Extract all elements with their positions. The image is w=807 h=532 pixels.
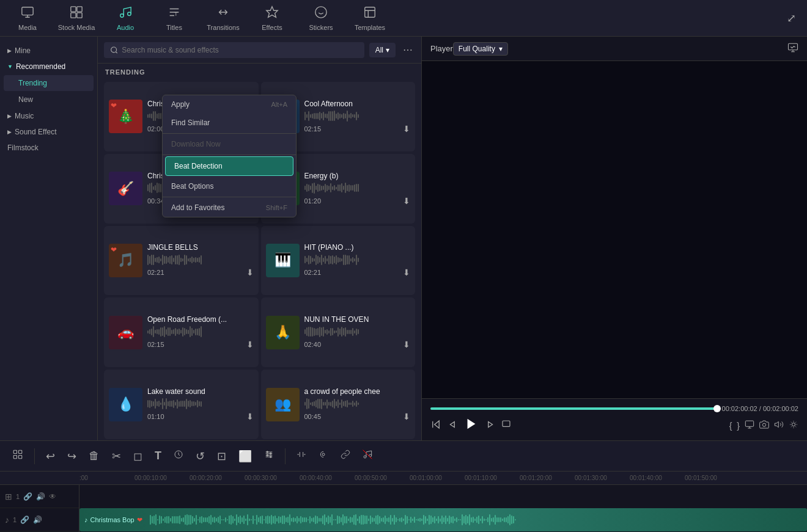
waveform-bar <box>319 518 320 522</box>
video-track-eye-icon[interactable]: 👁 <box>49 492 56 501</box>
fullscreen-button[interactable] <box>501 420 511 432</box>
sidebar-section-mine[interactable]: ▶ Mine <box>0 43 97 59</box>
toolbar-audio-label: Audio <box>117 24 134 31</box>
download-icon-10[interactable]: ⬇ <box>403 412 410 421</box>
waveform-bar <box>474 519 476 520</box>
crop-button[interactable]: ◻ <box>130 447 146 465</box>
mark-in-button[interactable]: { <box>729 421 732 431</box>
toolbar-stock-media[interactable]: Stock Media <box>55 3 98 34</box>
sidebar-section-sound-effect[interactable]: ▶ Sound Effect <box>0 124 97 140</box>
music-item-8[interactable]: 🙏 NUN IN THE OVEN 02:40 ⬇ <box>261 297 416 367</box>
sidebar-item-trending[interactable]: Trending <box>4 75 94 91</box>
download-icon-6[interactable]: ⬇ <box>403 268 410 277</box>
audio-clip[interactable]: ♪ Christmas Bop ❤ <box>79 508 807 531</box>
zoom-fit-button[interactable]: ⊡ <box>213 447 230 465</box>
svg-rect-1 <box>71 6 76 11</box>
music-item-5[interactable]: ❤ 🎵 JINGLE BELLS 02:21 ⬇ <box>104 226 259 296</box>
frame-back-button[interactable] <box>448 419 459 433</box>
delete-button[interactable]: 🗑 <box>85 447 103 465</box>
ruler-mark: 00:00:40:00 <box>300 475 355 481</box>
audio-track-link-icon[interactable]: 🔗 <box>20 516 29 524</box>
settings-button[interactable] <box>789 420 798 432</box>
video-track-audio-icon[interactable]: 🔊 <box>36 492 45 501</box>
waveform-bar <box>328 516 329 524</box>
svg-point-32 <box>267 454 268 456</box>
timer-button[interactable] <box>170 447 187 465</box>
context-menu-label-add-favorites: Add to Favorites <box>171 203 224 212</box>
waveform-bar <box>414 517 415 522</box>
stats-icon[interactable] <box>787 42 798 55</box>
toolbar-stickers[interactable]: Stickers <box>300 3 342 34</box>
search-field[interactable] <box>122 46 358 54</box>
waveform-bar <box>229 516 230 524</box>
context-menu-item-beat-options[interactable]: Beat Options <box>163 177 296 195</box>
ripple-button[interactable] <box>315 447 332 465</box>
sidebar-section-filmstock[interactable]: Filmstock <box>0 140 97 156</box>
toolbar-templates[interactable]: Templates <box>348 3 391 34</box>
music-item-9[interactable]: 💧 Lake water sound 01:10 ⬇ <box>104 370 259 439</box>
audio-mix-button[interactable] <box>260 447 278 465</box>
mark-out-button[interactable]: } <box>737 421 740 431</box>
more-options-button[interactable]: ⋯ <box>400 42 415 58</box>
toolbar-audio[interactable]: Audio <box>104 3 147 34</box>
toolbar-media[interactable]: Media <box>6 3 49 34</box>
context-menu-item-beat-detection[interactable]: Beat Detection <box>165 156 293 176</box>
expand-icon[interactable]: ⤢ <box>782 9 801 27</box>
screenshot-button[interactable] <box>759 420 769 432</box>
waveform-bar <box>348 519 349 520</box>
text-button[interactable]: T <box>151 447 165 465</box>
filter-dropdown[interactable]: All ▾ <box>369 43 396 57</box>
download-icon-9[interactable]: ⬇ <box>246 412 254 421</box>
toolbar-transitions-label: Transitions <box>207 24 239 31</box>
context-menu-item-apply[interactable]: ApplyAlt+A <box>163 95 296 114</box>
waveform-bar <box>308 519 309 520</box>
progress-track[interactable] <box>430 407 717 410</box>
volume-button[interactable] <box>774 420 784 432</box>
waveform-bar <box>216 518 217 521</box>
progress-bar[interactable]: 00:02:00:02 / 00:02:00:02 <box>430 405 798 412</box>
search-input-wrapper[interactable] <box>104 42 364 58</box>
sidebar-section-music[interactable]: ▶ Music <box>0 108 97 124</box>
download-icon-7[interactable]: ⬇ <box>246 340 254 349</box>
link-button[interactable] <box>337 447 354 465</box>
undo-button[interactable]: ↩ <box>42 447 59 465</box>
toolbar-transitions[interactable]: Transitions <box>202 3 245 34</box>
multitrack-button[interactable] <box>9 446 27 465</box>
audio-track-vol-icon[interactable]: 🔊 <box>33 516 42 524</box>
audio-detach-button[interactable] <box>359 447 376 465</box>
play-button[interactable] <box>465 417 478 434</box>
waveform-bar <box>201 516 202 523</box>
waveform-bar <box>515 519 516 520</box>
waveform-bar <box>418 519 419 522</box>
context-menu-item-add-favorites[interactable]: Add to FavoritesShift+F <box>163 199 296 217</box>
sidebar-section-recommended[interactable]: ▼ Recommended <box>0 59 97 75</box>
music-item-10[interactable]: 👥 a crowd of people chee 00:45 ⬇ <box>261 370 416 439</box>
waveform-bar <box>297 516 298 523</box>
waveform-bar <box>207 517 208 523</box>
download-icon-8[interactable]: ⬇ <box>403 340 410 349</box>
waveform-bar <box>342 514 344 525</box>
clip-button[interactable]: ⬜ <box>235 447 256 465</box>
waveform-bar <box>359 516 360 524</box>
quality-dropdown[interactable]: Full Quality ▾ <box>453 42 508 56</box>
cut-button[interactable]: ✂ <box>108 447 125 465</box>
frame-forward-button[interactable] <box>484 419 495 433</box>
toolbar-titles[interactable]: T Titles <box>153 3 196 34</box>
music-item-6[interactable]: 🎹 HIT (PIANO ...) 02:21 ⬇ <box>261 226 416 296</box>
monitor-button[interactable] <box>745 420 754 432</box>
waveform-bar <box>304 517 305 522</box>
rewind-button[interactable] <box>430 419 441 433</box>
toolbar-effects[interactable]: Effects <box>251 3 293 34</box>
context-menu-item-find-similar[interactable]: Find Similar <box>163 114 296 132</box>
rotate-button[interactable]: ↺ <box>192 447 208 465</box>
redo-button[interactable]: ↪ <box>64 447 80 465</box>
waveform-bar <box>260 516 261 523</box>
download-icon-2[interactable]: ⬇ <box>403 124 410 134</box>
music-item-7[interactable]: 🚗 Open Road Freedom (... 02:15 ⬇ <box>104 297 259 367</box>
download-icon-5[interactable]: ⬇ <box>246 268 254 277</box>
sidebar-item-new[interactable]: New <box>4 92 94 107</box>
waveform-bar <box>341 517 342 522</box>
snap-button[interactable] <box>293 447 310 465</box>
download-icon-4[interactable]: ⬇ <box>403 196 410 206</box>
video-track-link-icon[interactable]: 🔗 <box>23 492 32 501</box>
